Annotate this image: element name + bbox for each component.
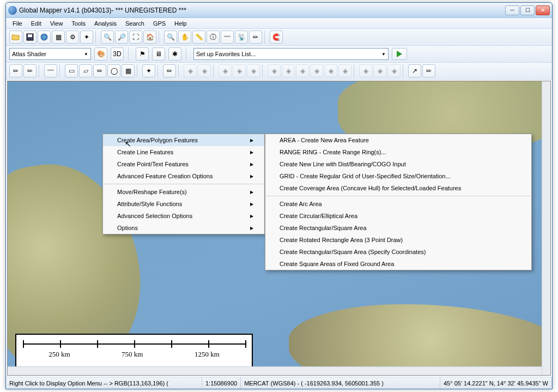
menu-view[interactable]: View <box>46 19 68 28</box>
dig-tool-16-icon[interactable]: ◈ <box>268 64 281 77</box>
flag-icon[interactable]: ⚑ <box>136 47 149 61</box>
menu-item[interactable]: Options▶ <box>103 222 264 234</box>
dig-tool-6-icon[interactable]: ✏ <box>93 64 106 77</box>
favorites-dropdown[interactable]: Set up Favorites List... ▼ <box>193 48 389 60</box>
close-button[interactable]: ✕ <box>536 5 550 15</box>
toolbar-main: ▦ ⚙ ✦ 🔍 🔎 ⛶ 🏠 🔍 ✋ 📏 ⓘ 〰 📡 ✏ 🧲 <box>6 29 552 46</box>
dig-tool-14-icon[interactable]: ◈ <box>233 64 246 77</box>
menu-item[interactable]: Advanced Selection Options▶ <box>103 210 264 222</box>
dig-tool-7-icon[interactable]: ◯ <box>107 64 120 77</box>
dig-tool-9-icon[interactable]: ✦ <box>142 64 155 77</box>
zoom-out-icon[interactable]: 🔎 <box>115 31 128 44</box>
chevron-right-icon: ▶ <box>250 214 253 219</box>
menu-item[interactable]: Attribute/Style Functions▶ <box>103 198 264 210</box>
dig-tool-5-icon[interactable]: ▱ <box>79 64 92 77</box>
shader-dropdown[interactable]: Atlas Shader ▼ <box>9 48 91 60</box>
dig-tool-21-icon[interactable]: ◈ <box>338 64 351 77</box>
minimize-button[interactable]: ─ <box>505 5 519 15</box>
menu-item[interactable]: GRID - Create Regular Grid of User-Speci… <box>265 170 531 182</box>
scale-label: 250 km <box>48 350 70 359</box>
view3d-icon[interactable]: 3D <box>111 47 124 61</box>
layer-icon[interactable]: ▦ <box>52 31 65 44</box>
dig-tool-18-icon[interactable]: ◈ <box>296 64 309 77</box>
dig-tool-17-icon[interactable]: ◈ <box>282 64 295 77</box>
run-button[interactable] <box>392 48 407 60</box>
menubar: FileEditViewToolsAnalysisSearchGPSHelp <box>6 18 552 29</box>
shader-btn1-icon[interactable]: 🎨 <box>94 47 107 61</box>
dig-tool-25-icon[interactable]: ↗ <box>408 64 421 77</box>
toolbar-digitizer: ✏ ✏ 〰 ▭ ▱ ✏ ◯ ▦ ✦ ✏ ◈ ◈ ◈ ◈ ◈ ◈ ◈ ◈ ◈ ◈ … <box>6 63 552 80</box>
pencil-icon[interactable]: ✏ <box>249 31 262 44</box>
dig-tool-8-icon[interactable]: ▦ <box>122 64 135 77</box>
menu-item[interactable]: Create Rotated Rectangle Area (3 Point D… <box>265 234 531 246</box>
dig-tool-1-icon[interactable]: ✏ <box>9 64 22 77</box>
zoom-in-icon[interactable]: 🔍 <box>101 31 114 44</box>
menu-item-label: Create Arc Area <box>280 201 322 207</box>
menu-item[interactable]: Create Rectangular/Square Area (Specify … <box>265 246 531 258</box>
dig-tool-12-icon[interactable]: ◈ <box>198 64 211 77</box>
antenna-icon[interactable]: 📡 <box>235 31 248 44</box>
pan-icon[interactable]: ✋ <box>178 31 191 44</box>
scrollbar-vertical[interactable] <box>542 81 550 375</box>
magnet-icon[interactable]: 🧲 <box>270 31 283 44</box>
menu-edit[interactable]: Edit <box>27 19 46 28</box>
dig-tool-11-icon[interactable]: ◈ <box>184 64 197 77</box>
save-icon[interactable] <box>23 31 37 44</box>
menu-item[interactable]: Create Square Areas of Fixed Ground Area <box>265 258 531 270</box>
menu-item[interactable]: Advanced Feature Creation Options▶ <box>103 170 264 182</box>
menu-item[interactable]: Create Point/Text Features▶ <box>103 158 264 170</box>
tool-icon[interactable]: ✦ <box>80 31 93 44</box>
dig-tool-20-icon[interactable]: ◈ <box>324 64 337 77</box>
dig-tool-15-icon[interactable]: ◈ <box>247 64 260 77</box>
menu-item[interactable]: Create Area/Polygon Features▶ <box>103 134 264 146</box>
context-menu-main: Create Area/Polygon Features▶Create Line… <box>102 134 265 234</box>
menu-item[interactable]: Create Coverage Area (Concave Hull) for … <box>265 182 531 194</box>
dig-tool-26-icon[interactable]: ✏ <box>422 64 435 77</box>
monitor-icon[interactable]: 🖥 <box>152 47 165 61</box>
menu-item[interactable]: AREA - Create New Area Feature <box>265 134 531 146</box>
home-icon[interactable]: 🏠 <box>143 31 156 44</box>
zoom-full-icon[interactable]: ⛶ <box>129 31 142 44</box>
menu-gps[interactable]: GPS <box>149 19 170 28</box>
menu-help[interactable]: Help <box>170 19 191 28</box>
zoom-tool-icon[interactable]: 🔍 <box>164 31 177 44</box>
open-icon[interactable] <box>9 31 22 44</box>
svg-marker-3 <box>397 51 402 57</box>
path-icon[interactable]: 〰 <box>221 31 234 44</box>
menu-item[interactable]: Create Rectangular/Square Area <box>265 222 531 234</box>
dig-tool-13-icon[interactable]: ◈ <box>219 64 232 77</box>
menu-item[interactable]: Create Circular/Elliptical Area <box>265 210 531 222</box>
star-icon[interactable]: ✱ <box>168 47 181 61</box>
menu-item-label: Create Point/Text Features <box>117 161 189 167</box>
menu-item[interactable]: Move/Reshape Feature(s)▶ <box>103 186 264 198</box>
menu-item[interactable]: Create New Line with Dist/Bearing/COGO I… <box>265 158 531 170</box>
chevron-right-icon: ▶ <box>250 202 253 207</box>
menu-tools[interactable]: Tools <box>67 19 90 28</box>
svg-rect-1 <box>28 34 32 37</box>
menu-item[interactable]: Create Line Features▶ <box>103 146 264 158</box>
menu-search[interactable]: Search <box>121 19 149 28</box>
scale-label: 1250 km <box>195 350 220 359</box>
menu-item[interactable]: RANGE RING - Create Range Ring(s)... <box>265 146 531 158</box>
chevron-right-icon: ▶ <box>250 174 253 179</box>
dig-tool-10-icon[interactable]: ✏ <box>163 64 176 77</box>
config-icon[interactable]: ⚙ <box>66 31 79 44</box>
menu-analysis[interactable]: Analysis <box>90 19 121 28</box>
dig-tool-4-icon[interactable]: ▭ <box>65 64 78 77</box>
info-icon[interactable]: ⓘ <box>207 31 220 44</box>
globe-icon[interactable] <box>38 31 51 44</box>
chevron-right-icon: ▶ <box>250 162 253 167</box>
dig-tool-23-icon[interactable]: ◈ <box>373 64 386 77</box>
maximize-button[interactable]: ☐ <box>520 5 535 15</box>
dig-tool-19-icon[interactable]: ◈ <box>310 64 323 77</box>
dig-tool-2-icon[interactable]: ✏ <box>23 64 37 77</box>
dig-tool-3-icon[interactable]: 〰 <box>44 64 57 77</box>
menu-file[interactable]: File <box>8 19 27 28</box>
measure-icon[interactable]: 📏 <box>192 31 205 44</box>
scrollbar-horizontal[interactable] <box>8 366 542 375</box>
menu-item[interactable]: Create Arc Area <box>265 198 531 210</box>
dig-tool-22-icon[interactable]: ◈ <box>359 64 372 77</box>
chevron-down-icon: ▼ <box>381 52 386 57</box>
chevron-down-icon: ▼ <box>84 52 88 57</box>
dig-tool-24-icon[interactable]: ◈ <box>387 64 401 77</box>
